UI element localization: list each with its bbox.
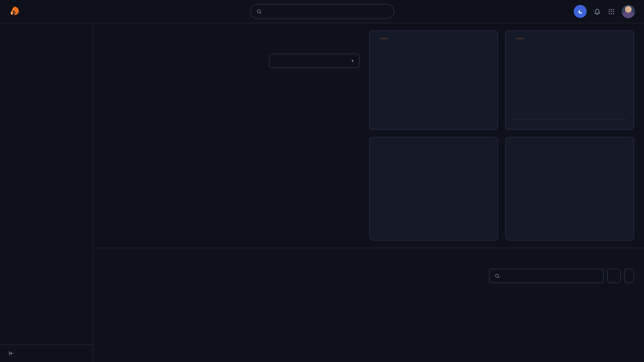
search-icon: [494, 273, 500, 279]
new-customers-badge: [516, 37, 524, 39]
donut-center-value: [412, 150, 455, 193]
search-icon: [256, 8, 262, 14]
global-search-input[interactable]: [266, 8, 388, 14]
top-coupons-card: [369, 137, 498, 241]
main-content: ▾: [93, 23, 644, 362]
apps-grid-button[interactable]: [608, 8, 615, 15]
reviews-controls: [489, 269, 634, 283]
date-range-select[interactable]: ▾: [269, 54, 359, 68]
all-products-button[interactable]: [607, 269, 621, 283]
theme-toggle-button[interactable]: [574, 5, 587, 18]
latest-reviews-section: [93, 248, 644, 283]
sidebar-nav: [0, 23, 93, 27]
moon-icon: [577, 8, 583, 14]
app-viewport: ▾: [0, 0, 644, 362]
reviews-search-input[interactable]: [504, 273, 599, 279]
phoenix-logo-icon: [9, 5, 20, 17]
navbar-actions: [574, 5, 635, 18]
user-avatar[interactable]: [622, 5, 635, 18]
top-coupons-donut-chart: [412, 150, 455, 193]
chevron-down-icon: ▾: [352, 58, 354, 63]
reviews-search[interactable]: [489, 269, 604, 283]
brand-logo[interactable]: [9, 5, 24, 17]
new-customers-card: [505, 30, 634, 130]
collapse-icon: [8, 350, 14, 357]
collapsed-view-button[interactable]: [0, 344, 93, 362]
sidebar: [0, 23, 93, 362]
new-customers-x-axis: [513, 119, 626, 122]
total-orders-card: [369, 30, 498, 130]
total-orders-bar-chart: [377, 44, 490, 84]
more-options-button[interactable]: [624, 269, 634, 283]
global-search[interactable]: [250, 4, 394, 19]
dashboard-top: ▾: [93, 23, 644, 248]
total-orders-badge: [380, 37, 388, 39]
dashboard-left-column: ▾: [104, 30, 359, 241]
notifications-button[interactable]: [594, 7, 601, 15]
new-customers-chart: [514, 46, 626, 117]
total-sells-chart: [104, 73, 359, 174]
total-sells-header: ▾: [104, 54, 359, 68]
top-navbar: [0, 0, 644, 23]
dashboard-cards: [369, 30, 634, 241]
paying-vs-non-paying-card: [505, 137, 634, 241]
apps-grid-icon: [608, 8, 615, 15]
bell-icon: [594, 7, 601, 15]
